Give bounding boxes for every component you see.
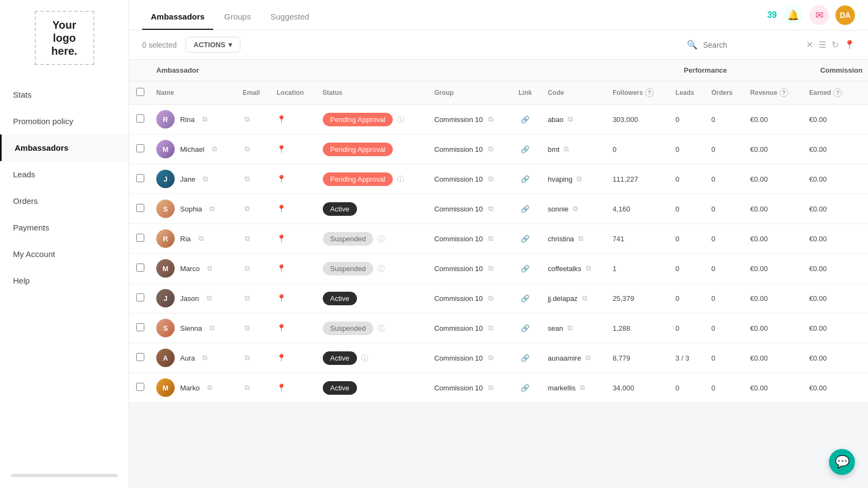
sidebar-item-payments[interactable]: Payments bbox=[0, 214, 129, 241]
chat-bubble[interactable]: 💬 bbox=[829, 449, 855, 475]
link-icon[interactable]: 🔗 bbox=[521, 294, 529, 303]
copy-email-icon[interactable]: ⧉ bbox=[245, 264, 250, 272]
link-icon[interactable]: 🔗 bbox=[521, 115, 529, 124]
link-icon[interactable]: 🔗 bbox=[521, 354, 529, 362]
revenue-help-icon[interactable]: ? bbox=[780, 88, 788, 97]
search-icon[interactable]: 🔍 bbox=[687, 40, 698, 50]
select-all-checkbox[interactable] bbox=[136, 88, 144, 96]
copy-group-icon[interactable]: ⧉ bbox=[488, 354, 493, 362]
location-pin-icon[interactable]: 📍 bbox=[277, 115, 286, 124]
row-checkbox[interactable] bbox=[136, 353, 144, 361]
row-checkbox[interactable] bbox=[136, 204, 144, 212]
copy-group-icon[interactable]: ⧉ bbox=[488, 145, 493, 153]
copy-group-icon[interactable]: ⧉ bbox=[488, 264, 493, 273]
mail-icon[interactable]: ✉ bbox=[809, 5, 829, 25]
link-icon[interactable]: 🔗 bbox=[521, 205, 529, 213]
copy-email-icon[interactable]: ⧉ bbox=[245, 383, 250, 391]
copy-code-icon[interactable]: ⧉ bbox=[586, 264, 591, 273]
sidebar-item-orders[interactable]: Orders bbox=[0, 188, 129, 214]
bell-icon[interactable]: 🔔 bbox=[783, 5, 803, 25]
sidebar-item-stats[interactable]: Stats bbox=[0, 81, 129, 108]
copy-code-icon[interactable]: ⧉ bbox=[567, 324, 572, 332]
copy-group-icon[interactable]: ⧉ bbox=[488, 115, 493, 124]
row-checkbox[interactable] bbox=[136, 264, 144, 272]
copy-email-icon[interactable]: ⧉ bbox=[245, 145, 250, 153]
link-icon[interactable]: 🔗 bbox=[521, 265, 529, 273]
copy-name-icon[interactable]: ⧉ bbox=[209, 204, 214, 213]
copy-group-icon[interactable]: ⧉ bbox=[488, 204, 493, 213]
copy-name-icon[interactable]: ⧉ bbox=[202, 115, 207, 124]
status-info-icon[interactable]: ⓘ bbox=[397, 175, 404, 183]
copy-code-icon[interactable]: ⧉ bbox=[573, 204, 578, 213]
copy-group-icon[interactable]: ⧉ bbox=[488, 324, 493, 332]
copy-email-icon[interactable]: ⧉ bbox=[245, 234, 250, 242]
copy-name-icon[interactable]: ⧉ bbox=[199, 234, 203, 243]
copy-name-icon[interactable]: ⧉ bbox=[203, 175, 208, 183]
actions-button[interactable]: ACTIONS ▾ bbox=[186, 37, 241, 53]
row-checkbox[interactable] bbox=[136, 383, 144, 391]
copy-group-icon[interactable]: ⧉ bbox=[488, 383, 493, 392]
location-pin-icon[interactable]: 📍 bbox=[277, 383, 286, 392]
copy-group-icon[interactable]: ⧉ bbox=[488, 294, 493, 303]
status-info-icon[interactable]: ⓘ bbox=[378, 324, 385, 332]
followers-help-icon[interactable]: ? bbox=[645, 88, 654, 97]
link-icon[interactable]: 🔗 bbox=[521, 384, 529, 392]
link-icon[interactable]: 🔗 bbox=[521, 145, 529, 153]
row-checkbox[interactable] bbox=[136, 174, 144, 182]
copy-email-icon[interactable]: ⧉ bbox=[245, 115, 250, 123]
tab-ambassadors[interactable]: Ambassadors bbox=[142, 3, 213, 30]
link-icon[interactable]: 🔗 bbox=[521, 175, 529, 183]
sidebar-item-my-account[interactable]: My Account bbox=[0, 241, 129, 267]
copy-code-icon[interactable]: ⧉ bbox=[568, 115, 573, 124]
sidebar-item-ambassadors[interactable]: Ambassadors bbox=[0, 134, 129, 161]
copy-code-icon[interactable]: ⧉ bbox=[585, 354, 590, 362]
copy-code-icon[interactable]: ⧉ bbox=[578, 234, 583, 243]
row-checkbox[interactable] bbox=[136, 144, 144, 152]
sidebar-item-leads[interactable]: Leads bbox=[0, 161, 129, 188]
copy-code-icon[interactable]: ⧉ bbox=[580, 383, 585, 392]
copy-name-icon[interactable]: ⧉ bbox=[209, 324, 214, 332]
refresh-icon[interactable]: ↻ bbox=[832, 40, 839, 50]
link-icon[interactable]: 🔗 bbox=[521, 235, 529, 243]
location-pin-icon[interactable]: 📍 bbox=[277, 354, 286, 362]
location-pin-icon[interactable]: 📍 bbox=[277, 234, 286, 243]
status-info-icon[interactable]: ⓘ bbox=[378, 235, 385, 243]
copy-name-icon[interactable]: ⧉ bbox=[212, 145, 217, 153]
row-checkbox[interactable] bbox=[136, 234, 144, 242]
copy-code-icon[interactable]: ⧉ bbox=[577, 175, 582, 183]
avatar[interactable]: DA bbox=[835, 5, 855, 25]
location-pin-icon[interactable]: 📍 bbox=[277, 324, 286, 332]
copy-email-icon[interactable]: ⧉ bbox=[245, 175, 250, 183]
row-checkbox[interactable] bbox=[136, 323, 144, 331]
sidebar-item-promotion-policy[interactable]: Promotion policy bbox=[0, 108, 129, 134]
location-icon[interactable]: 📍 bbox=[844, 40, 855, 50]
search-input[interactable] bbox=[703, 41, 801, 49]
copy-name-icon[interactable]: ⧉ bbox=[207, 383, 212, 392]
filter-icon[interactable]: ☰ bbox=[819, 40, 826, 50]
copy-email-icon[interactable]: ⧉ bbox=[245, 354, 250, 362]
tab-suggested[interactable]: Suggested bbox=[261, 3, 318, 30]
location-pin-icon[interactable]: 📍 bbox=[277, 175, 286, 183]
status-info-icon[interactable]: ⓘ bbox=[361, 354, 368, 362]
row-checkbox[interactable] bbox=[136, 293, 144, 301]
copy-group-icon[interactable]: ⧉ bbox=[488, 175, 493, 183]
copy-name-icon[interactable]: ⧉ bbox=[207, 264, 212, 273]
copy-name-icon[interactable]: ⧉ bbox=[207, 294, 212, 303]
location-pin-icon[interactable]: 📍 bbox=[277, 294, 286, 303]
status-info-icon[interactable]: ⓘ bbox=[378, 265, 385, 273]
copy-email-icon[interactable]: ⧉ bbox=[245, 294, 250, 302]
copy-name-icon[interactable]: ⧉ bbox=[202, 354, 207, 362]
copy-group-icon[interactable]: ⧉ bbox=[488, 234, 493, 243]
copy-code-icon[interactable]: ⧉ bbox=[564, 145, 569, 153]
status-info-icon[interactable]: ⓘ bbox=[397, 115, 404, 124]
earned-help-icon[interactable]: ? bbox=[833, 88, 842, 97]
tab-groups[interactable]: Groups bbox=[215, 3, 259, 30]
close-icon[interactable]: ✕ bbox=[806, 40, 813, 50]
copy-email-icon[interactable]: ⧉ bbox=[245, 324, 250, 332]
location-pin-icon[interactable]: 📍 bbox=[277, 145, 286, 153]
row-checkbox[interactable] bbox=[136, 114, 144, 123]
location-pin-icon[interactable]: 📍 bbox=[277, 204, 286, 213]
sidebar-item-help[interactable]: Help bbox=[0, 267, 129, 294]
copy-email-icon[interactable]: ⧉ bbox=[245, 204, 250, 213]
copy-code-icon[interactable]: ⧉ bbox=[582, 294, 587, 303]
